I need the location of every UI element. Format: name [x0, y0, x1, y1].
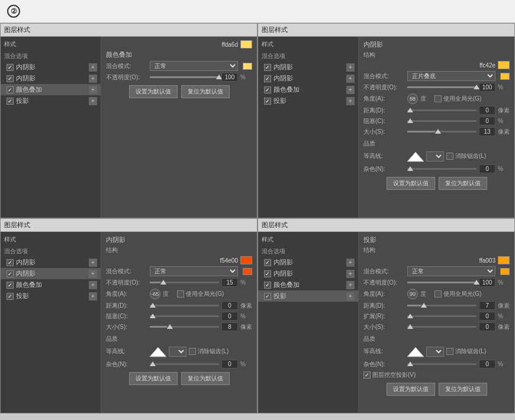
btn-reset-br[interactable]: 复位为默认值: [439, 383, 487, 396]
style-item-tl-0[interactable]: 内阴影 +: [1, 62, 101, 73]
style-item-bl-3[interactable]: 投影 +: [1, 290, 101, 302]
checkbox-tl-0[interactable]: [7, 64, 14, 71]
style-item-br-0[interactable]: 内阴影 +: [258, 257, 358, 268]
add-btn-br-3[interactable]: +: [346, 292, 355, 301]
checkbox-br-2[interactable]: [264, 282, 271, 289]
checkbox-bl-3[interactable]: [7, 293, 14, 300]
angle-dial-bl[interactable]: -65: [150, 289, 160, 299]
add-btn-tl-2[interactable]: +: [89, 86, 97, 94]
add-btn-bl-0[interactable]: +: [89, 259, 97, 267]
checkbox-br-1[interactable]: [264, 270, 271, 277]
btn-default-tl[interactable]: 设置为默认值: [129, 85, 178, 98]
angle-dial-tr[interactable]: 88: [407, 93, 418, 104]
remove-noise-br[interactable]: 消除锯齿(L): [446, 347, 486, 356]
checkbox-tl-3[interactable]: [7, 98, 14, 105]
opacity-slider-br[interactable]: [407, 282, 477, 283]
remove-noise-tr[interactable]: 消除锯齿(L): [446, 152, 486, 160]
contour-icon-tr[interactable]: [407, 150, 424, 163]
checkbox-tl-2[interactable]: [7, 86, 14, 93]
style-item-bl-0[interactable]: 内阴影 +: [1, 257, 101, 268]
checkbox-tr-3[interactable]: [264, 98, 271, 105]
contour-select-bl[interactable]: [169, 347, 186, 357]
add-btn-bl-3[interactable]: +: [89, 292, 97, 301]
btn-reset-tr[interactable]: 复位为默认值: [439, 177, 487, 190]
choke-slider-bl[interactable]: [150, 315, 219, 317]
style-item-br-3[interactable]: 投影 +: [258, 290, 358, 302]
style-item-tr-0[interactable]: 内阴影 +: [258, 62, 358, 73]
color-swatch-bl[interactable]: [240, 256, 252, 264]
style-item-bl-2[interactable]: 颜色叠加 +: [1, 279, 101, 290]
opacity-slider-tl[interactable]: [150, 76, 219, 78]
blend-color-br[interactable]: [500, 268, 510, 275]
btn-default-br[interactable]: 设置为默认值: [387, 383, 435, 396]
blend-color-bl[interactable]: [243, 268, 252, 275]
checkbox-tr-0[interactable]: [264, 64, 271, 71]
spread-slider-br[interactable]: [407, 315, 477, 317]
blend-color-tr[interactable]: [500, 73, 510, 80]
checkbox-bl-0[interactable]: [7, 259, 14, 266]
size-slider-tr[interactable]: [407, 131, 477, 133]
contour-select-tr[interactable]: [426, 151, 444, 161]
global-light-bl[interactable]: 使用全局光(G): [177, 290, 224, 298]
contour-select-br[interactable]: [426, 347, 444, 357]
noise-slider-bl[interactable]: [150, 363, 219, 365]
opacity-slider-bl[interactable]: [150, 282, 219, 283]
style-item-tl-2[interactable]: 颜色叠加 +: [1, 84, 101, 95]
add-btn-tr-0[interactable]: +: [346, 63, 355, 72]
color-swatch-br[interactable]: [498, 256, 510, 264]
checkbox-bl-1[interactable]: [7, 270, 14, 277]
add-btn-bl-2[interactable]: +: [89, 281, 97, 289]
add-btn-tl-1[interactable]: +: [89, 75, 97, 83]
blend-color-tl[interactable]: [243, 63, 252, 70]
style-item-tr-2[interactable]: 颜色叠加 +: [258, 84, 358, 95]
noise-slider-br[interactable]: [407, 363, 477, 365]
angle-dial-br[interactable]: 90: [407, 289, 418, 299]
checkbox-bl-2[interactable]: [7, 282, 14, 289]
global-light-br[interactable]: 使用全局光(G): [434, 290, 481, 298]
btn-reset-tl[interactable]: 复位为默认值: [181, 85, 230, 98]
distance-slider-br[interactable]: [407, 305, 477, 306]
add-btn-br-1[interactable]: +: [346, 270, 355, 278]
style-item-bl-1[interactable]: 内阴影 +: [1, 268, 101, 279]
add-btn-br-2[interactable]: +: [346, 281, 355, 289]
add-btn-br-0[interactable]: +: [346, 259, 355, 267]
btn-reset-bl[interactable]: 复位为默认值: [181, 372, 230, 385]
checkbox-br-3[interactable]: [264, 293, 271, 300]
distance-slider-tr[interactable]: [407, 109, 477, 111]
blend-select-tr[interactable]: 正片叠底: [407, 71, 495, 81]
add-btn-bl-1[interactable]: +: [89, 270, 97, 278]
remove-noise-bl[interactable]: 消除锯齿(L): [189, 347, 228, 356]
checkbox-tl-1[interactable]: [7, 75, 14, 82]
layer-knockout-br[interactable]: 图层挖空投影(V): [363, 371, 510, 379]
noise-slider-tr[interactable]: [407, 168, 477, 170]
btn-default-bl[interactable]: 设置为默认值: [129, 372, 178, 385]
blend-select-bl[interactable]: 正常: [150, 266, 238, 276]
add-btn-tl-0[interactable]: +: [89, 63, 97, 72]
checkbox-tr-2[interactable]: [264, 86, 271, 93]
add-btn-tr-2[interactable]: +: [346, 86, 355, 94]
style-item-br-2[interactable]: 颜色叠加 +: [258, 279, 358, 290]
global-light-tr[interactable]: 使用全局光(G): [434, 95, 481, 103]
add-btn-tl-3[interactable]: +: [89, 97, 97, 105]
distance-slider-bl[interactable]: [150, 305, 219, 306]
checkbox-tr-1[interactable]: [264, 75, 271, 82]
size-slider-br[interactable]: [407, 326, 477, 328]
style-item-tr-3[interactable]: 投影 +: [258, 95, 358, 106]
choke-slider-tr[interactable]: [407, 120, 477, 122]
contour-icon-br[interactable]: [407, 345, 424, 358]
blend-select-tl[interactable]: 正常: [150, 61, 238, 71]
btn-default-tr[interactable]: 设置为默认值: [387, 177, 435, 190]
add-btn-tr-3[interactable]: +: [346, 97, 355, 105]
style-item-tl-1[interactable]: 内阴影 +: [1, 73, 101, 84]
color-swatch-tr[interactable]: [498, 61, 510, 69]
add-btn-tr-1[interactable]: +: [346, 75, 355, 83]
contour-icon-bl[interactable]: [150, 345, 166, 358]
style-item-br-1[interactable]: 内阴影 +: [258, 268, 358, 279]
opacity-slider-tr[interactable]: [407, 86, 477, 88]
style-item-tr-1[interactable]: 内阴影 +: [258, 73, 358, 84]
size-slider-bl[interactable]: [150, 326, 219, 328]
style-item-tl-3[interactable]: 投影 +: [1, 95, 101, 106]
blend-select-br[interactable]: 正常: [407, 266, 495, 276]
color-swatch-tl[interactable]: [240, 40, 252, 49]
checkbox-br-0[interactable]: [264, 259, 271, 266]
